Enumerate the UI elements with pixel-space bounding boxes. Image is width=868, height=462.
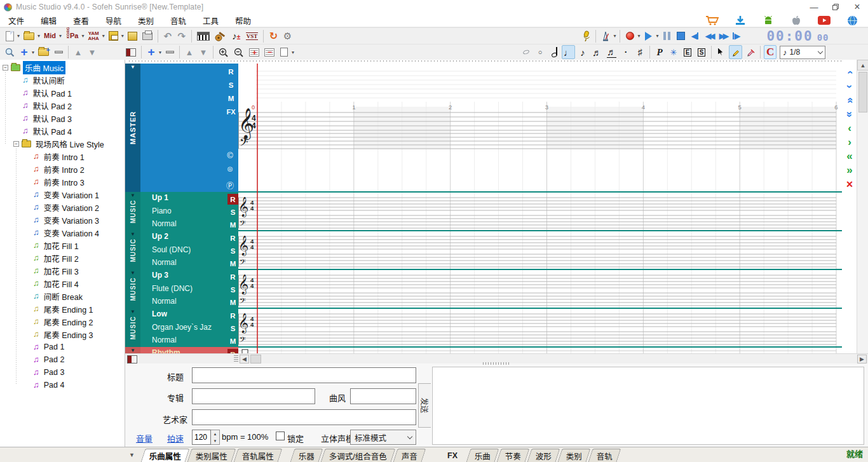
track-m-button[interactable]: M	[227, 258, 238, 269]
move-bottom-button[interactable]: »	[843, 108, 857, 121]
tree-item-item[interactable]: ♫默认间断	[0, 74, 67, 86]
menu-help[interactable]: 帮助	[227, 13, 259, 28]
eraser-tool-button[interactable]	[743, 45, 757, 59]
volume-link[interactable]: 音量	[136, 432, 153, 444]
tempo-link[interactable]: 拍速	[167, 432, 184, 444]
web-globe-icon[interactable]	[845, 15, 859, 26]
move-down-button[interactable]: ›	[843, 80, 857, 93]
fast-forward-button[interactable]: ▶▶	[716, 29, 729, 43]
vst-button[interactable]: VST	[244, 29, 261, 43]
open-button[interactable]	[22, 29, 36, 43]
tree-item-break[interactable]: ♫间断 Break	[0, 290, 85, 302]
track-s-button[interactable]: S	[227, 323, 238, 334]
step-forward-button[interactable]: ▶	[730, 29, 743, 43]
tab-item[interactable]: 声音	[393, 449, 426, 462]
menu-tools[interactable]: 工具	[194, 13, 227, 28]
undo-button[interactable]: ↶	[161, 29, 174, 43]
add-category-dropdown[interactable]: ▾	[32, 50, 34, 55]
track-header-up-2[interactable]: ▼MUSICUp 2Soul (DNC)NormalRSM	[125, 231, 238, 269]
menu-category[interactable]: 类别	[130, 13, 162, 28]
tree-item-fill-4[interactable]: ♫加花 Fill 4	[0, 277, 81, 290]
add-track-dropdown[interactable]: ▾	[159, 50, 161, 55]
tab-item[interactable]: 多调式/组合音色	[321, 449, 396, 462]
play-button[interactable]	[642, 29, 654, 43]
menu-navigate[interactable]: 导航	[97, 13, 130, 28]
nudge-left-button[interactable]: ‹	[843, 122, 857, 135]
pencil-tool-button[interactable]	[729, 45, 742, 59]
track-header-rhythm[interactable]: ▼RhythmR	[125, 347, 238, 353]
guitar-button[interactable]	[213, 29, 229, 43]
pedal-button[interactable]: P	[653, 45, 666, 59]
jump-start-button[interactable]: «	[843, 150, 857, 163]
track-header-body[interactable]: Up 2Soul (DNC)NormalRSM	[140, 231, 238, 269]
tree-item-fill-1[interactable]: ♫加花 Fill 1	[0, 239, 81, 252]
nudge-right-button[interactable]: ›	[843, 136, 857, 149]
tree-item-variation-3[interactable]: ♫变奏 Variation 3	[0, 214, 101, 226]
tree-expander-icon[interactable]: −	[13, 141, 19, 147]
new-file-dropdown[interactable]: ▾	[17, 33, 20, 39]
open-dropdown[interactable]: ▾	[37, 33, 40, 39]
spin-down-icon[interactable]: ▼	[211, 437, 219, 444]
tab-item[interactable]: 音轨	[588, 449, 621, 462]
whole-note-button[interactable]: ○	[534, 45, 546, 59]
pause-button[interactable]	[660, 29, 673, 43]
collapse-track-icon[interactable]: ▼	[125, 270, 140, 276]
snap-resolution-dropdown[interactable]: ♪ 1/8	[780, 46, 825, 59]
new-file-button[interactable]	[3, 29, 16, 43]
quarter-note-button[interactable]: ♩	[562, 45, 575, 59]
track-down-button[interactable]: ▼	[197, 45, 210, 59]
apple-icon[interactable]	[789, 15, 803, 26]
track-strip[interactable]: ▼MUSIC	[125, 308, 140, 347]
tab-item[interactable]: 类别属性	[187, 449, 236, 462]
tree-expander-icon[interactable]: −	[3, 65, 8, 71]
redo-button[interactable]: ↷	[175, 29, 188, 43]
sustain-button[interactable]: S	[695, 45, 708, 59]
vertical-scrollbar[interactable]: ▲	[857, 60, 868, 353]
master-badge-1[interactable]: ◎	[225, 165, 235, 172]
master-r-button[interactable]: R	[226, 66, 236, 77]
tab-item[interactable]: 乐曲	[466, 449, 499, 462]
snap-magnet-button[interactable]: C	[764, 45, 776, 59]
track-r-button[interactable]: R	[227, 271, 238, 282]
track-m-button[interactable]: M	[227, 336, 238, 346]
send-tab[interactable]: 发送	[418, 383, 431, 428]
sixteenth-note-button[interactable]: ♬	[590, 45, 604, 59]
send-fx-panel[interactable]	[432, 367, 864, 445]
title-input[interactable]	[192, 367, 416, 383]
pane-toggle-icon[interactable]	[127, 355, 137, 363]
tab-item[interactable]: 节奏	[497, 449, 530, 462]
track-r-button[interactable]: R	[227, 310, 238, 321]
expand-staff-button[interactable]: +	[247, 45, 261, 59]
splitter-grip[interactable]	[234, 355, 238, 363]
tree-item-ending-3[interactable]: ♫尾奏 Ending 3	[0, 328, 95, 341]
track-header-body[interactable]: Up 1PianoNormalRSM	[140, 192, 238, 231]
restore-button[interactable]	[825, 0, 846, 14]
sharp-button[interactable]: ♯	[634, 45, 646, 59]
metronome-dropdown[interactable]: ▾	[613, 33, 616, 39]
tree-item-ending-2[interactable]: ♫尾奏 Ending 2	[0, 315, 95, 328]
android-icon[interactable]	[761, 15, 775, 26]
tab-item[interactable]: 波形	[527, 449, 560, 462]
dot-button[interactable]: ·	[620, 45, 632, 59]
track-strip[interactable]: ▼MUSIC	[125, 231, 140, 269]
master-track-header[interactable]: ▼ MASTER RSMFX©◎Ⓟ	[125, 64, 238, 192]
jump-end-button[interactable]: »	[843, 164, 857, 177]
tempo-lock-checkbox[interactable]	[276, 431, 285, 440]
add-folder-button[interactable]: +	[36, 45, 51, 59]
save-button[interactable]	[107, 29, 120, 43]
tree-item-pad-4[interactable]: ♫默认 Pad 4	[0, 125, 74, 137]
page-view-button[interactable]	[278, 45, 290, 59]
rewind-button[interactable]: ◀◀	[702, 29, 715, 43]
tree-item-variation-2[interactable]: ♫变奏 Variation 2	[0, 201, 101, 214]
add-category-button[interactable]: +	[18, 45, 31, 59]
add-track-button[interactable]: +	[145, 45, 158, 59]
collapse-track-icon[interactable]: ▼	[125, 309, 140, 315]
menu-file[interactable]: 文件	[0, 13, 32, 28]
half-note-button[interactable]	[548, 45, 560, 59]
export-button[interactable]	[126, 29, 139, 43]
expression-button[interactable]: E	[681, 45, 694, 59]
tree-item-music[interactable]: −乐曲 Music	[0, 61, 65, 74]
minimize-button[interactable]: —	[803, 0, 825, 14]
master-strip[interactable]: ▼ MASTER	[125, 64, 140, 192]
spin-up-icon[interactable]: ▲	[211, 430, 219, 437]
